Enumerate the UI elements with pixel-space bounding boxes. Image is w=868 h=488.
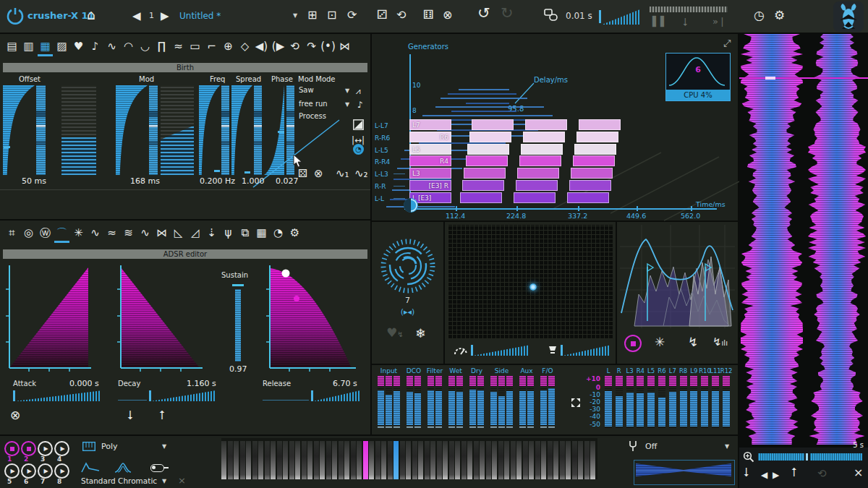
generator-bar[interactable] [467, 144, 509, 155]
contrast-icon[interactable] [353, 119, 364, 130]
generator-bar[interactable] [464, 168, 506, 179]
wave-next-icon[interactable]: ▶ [773, 467, 779, 483]
xy-ramp1[interactable] [475, 345, 529, 356]
wave-pulse-icon[interactable]: ∏ [154, 38, 169, 54]
generator-bar[interactable]: R4 [409, 155, 451, 166]
piano-key[interactable] [258, 441, 263, 479]
piano-key[interactable] [314, 441, 319, 479]
piano-key[interactable] [461, 441, 467, 479]
piano-key[interactable] [302, 441, 307, 479]
piano-key[interactable] [240, 441, 245, 479]
mixer-fader[interactable] [527, 376, 534, 428]
piano-key[interactable] [357, 441, 362, 479]
generator-bar[interactable] [525, 119, 567, 130]
birth-section-header[interactable]: Birth [3, 63, 367, 72]
wave-playhead[interactable] [739, 77, 868, 79]
mixer-fader[interactable] [427, 376, 434, 428]
doc-name[interactable]: Untitled * [179, 11, 221, 21]
palm-icon[interactable]: ψ [221, 225, 236, 241]
diamond-icon[interactable]: ◇ [237, 38, 252, 54]
generator-bar[interactable]: L3 [409, 168, 451, 179]
generator-bar[interactable] [567, 192, 609, 203]
speaker-duo-icon[interactable]: (▶ [271, 38, 286, 54]
piano-key[interactable] [529, 441, 534, 479]
piano-key[interactable] [498, 441, 503, 479]
loop-icon[interactable]: ⟲ [287, 38, 302, 54]
decay-shape[interactable] [114, 264, 207, 372]
output-meter[interactable] [616, 376, 623, 428]
curve-loop-icon[interactable]: ◿ [187, 225, 203, 241]
ripple-icon[interactable]: ∿ [104, 38, 119, 54]
generator-bar[interactable] [579, 119, 621, 130]
mixer-fader[interactable] [519, 376, 526, 428]
decay-ramp[interactable] [153, 390, 215, 401]
output-meter[interactable] [712, 376, 719, 428]
wave-one-icon[interactable]: ∿ [88, 225, 103, 241]
generator-bar[interactable] [514, 192, 556, 203]
piano-key[interactable] [516, 441, 522, 479]
piano-key[interactable] [590, 441, 595, 479]
env-bell-icon[interactable] [114, 462, 132, 473]
generator-bar[interactable] [460, 192, 502, 203]
mod-depth-panel[interactable] [61, 85, 96, 175]
piano-key[interactable] [400, 441, 405, 479]
pause-icon[interactable]: ▌▌ [652, 16, 668, 27]
poly-select[interactable]: Poly [101, 442, 118, 451]
piano-key[interactable] [425, 441, 430, 479]
release-shape[interactable] [263, 264, 360, 372]
generator-bar[interactable] [469, 132, 511, 142]
piano-key[interactable] [295, 441, 300, 479]
piano-key[interactable] [430, 441, 435, 479]
piano-key[interactable] [548, 441, 553, 479]
link-grains-icon[interactable] [544, 9, 560, 22]
doc-caret-icon[interactable]: ▼ [293, 12, 297, 19]
piano-key[interactable] [363, 441, 368, 479]
bolt-bars-icon[interactable]: ↯ılı [712, 334, 728, 351]
mixer-fader[interactable] [407, 376, 413, 428]
release-value[interactable]: 6.70 s [333, 379, 357, 388]
mixer-fader[interactable] [456, 376, 463, 428]
sine-two-icon[interactable]: ∿₂ [354, 166, 368, 181]
piano-key[interactable] [486, 441, 491, 479]
mixer-fader[interactable] [448, 376, 455, 428]
mixer-fader[interactable] [498, 376, 505, 428]
output-meter[interactable] [680, 376, 687, 428]
piano-key[interactable] [393, 441, 399, 479]
release-marker[interactable] [311, 390, 313, 401]
heart-mod-icon[interactable]: ♥ [71, 38, 86, 54]
piano-key[interactable] [221, 441, 226, 479]
generator-bar[interactable]: L7 [409, 119, 451, 130]
sustain-slider[interactable] [235, 289, 241, 361]
piano-key[interactable] [381, 441, 386, 479]
attack-ramp[interactable] [17, 390, 101, 401]
generator-bar[interactable] [569, 180, 611, 191]
wave-note-icon[interactable]: ◡ [137, 38, 153, 54]
gen-origin-knob[interactable] [402, 197, 420, 214]
pad-button[interactable]: ▶ [4, 463, 20, 479]
file-icon[interactable]: ⊞ [307, 7, 317, 23]
spectrum-display[interactable] [620, 225, 735, 328]
adsr-save-icon[interactable]: ⭣ [127, 407, 133, 423]
piano-key[interactable] [437, 441, 442, 479]
piano-key[interactable] [492, 441, 497, 479]
piano-key[interactable] [246, 441, 251, 479]
wave-scroll-divider[interactable] [806, 453, 808, 461]
xy-pad[interactable] [448, 225, 613, 339]
spiral-icon[interactable]: ◎ [21, 225, 36, 241]
mixer-fader[interactable] [393, 376, 400, 428]
redo-icon[interactable]: ↻ [501, 5, 514, 21]
skip-end-icon[interactable]: »❘ [712, 16, 726, 27]
output-meter[interactable] [605, 376, 612, 428]
adsr-load-icon[interactable]: ⭡ [159, 407, 165, 423]
prev-page-icon[interactable]: ◀ [132, 8, 141, 24]
piano-key[interactable] [541, 441, 546, 479]
home-icon[interactable]: ⌂ [87, 7, 95, 22]
mixer-fader[interactable] [414, 376, 421, 428]
piano-key[interactable] [480, 441, 485, 479]
saw-caret-icon[interactable]: ▼ [345, 87, 349, 94]
mixer-fader[interactable] [540, 376, 547, 428]
output-meter[interactable] [669, 376, 676, 428]
piano-key[interactable] [369, 441, 374, 479]
phase-value[interactable]: 0.027 [276, 176, 299, 186]
splatter-icon[interactable]: ✳ [655, 334, 665, 350]
